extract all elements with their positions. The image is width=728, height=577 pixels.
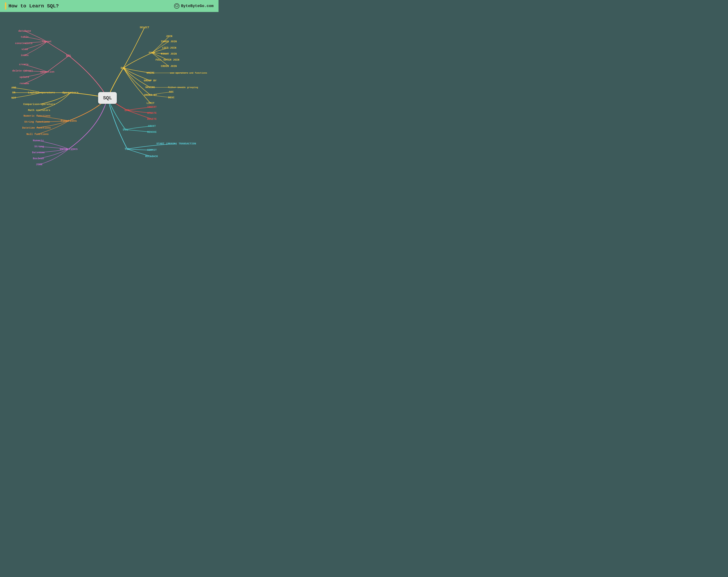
svg-point-0 [174, 3, 179, 8]
update-ddl-node: update [20, 76, 29, 79]
title-bar [5, 2, 6, 9]
grant-node: GRANT [148, 125, 156, 128]
functions-node: Functions [61, 119, 77, 122]
datetime-dt-node: Datetime [32, 151, 45, 154]
dml-node: DML [125, 109, 130, 112]
json-dt-node: JSON [36, 163, 42, 166]
view-node: view [22, 48, 28, 51]
having-note-node: filter inside grouping [168, 86, 198, 89]
where-node: WHERE [147, 72, 154, 75]
datetime-funcs-node: Datetime functions [22, 127, 51, 130]
not-node: NOT [11, 97, 16, 100]
operators-node: Operators [62, 91, 79, 94]
data-types-node: Data types [60, 147, 78, 151]
string-funcs-node: String functions [24, 120, 50, 123]
center-node: SQL [98, 92, 117, 104]
and-node: AND [11, 86, 16, 89]
header: How to Learn SQL? ByteByteGo.com [0, 0, 218, 12]
logo-icon [174, 3, 180, 9]
constraints-node: constraints [15, 42, 32, 45]
having-node: HAVING [146, 86, 155, 89]
dql-node: DQL [121, 66, 126, 70]
desc-node: DESC [168, 96, 175, 99]
commit-node: COMMIT [147, 149, 157, 152]
group-by-node: GROUP BY [144, 79, 156, 82]
string-dt-node: String [34, 145, 44, 148]
select-node: SELECT [140, 26, 149, 29]
mind-map: SQL DDL target database table constraint… [0, 12, 218, 173]
insert-node: INSERT [147, 106, 157, 109]
start-trans-node: START (BEGIN) TRANSACTION [156, 142, 196, 145]
table-node: table [21, 35, 29, 38]
cross-join-node: CROSS JOIN [161, 65, 177, 68]
update-dml-node: UPDATE [147, 112, 157, 115]
order-by-node: ORDER BY [144, 94, 157, 97]
limit-node: LIMIT [147, 102, 154, 105]
or-node: OR [12, 91, 15, 94]
numeric-funcs-node: Numeric functions [23, 114, 50, 117]
ddl-node: DDL [66, 54, 72, 57]
page-title: How to Learn SQL? [5, 2, 59, 9]
asc-node: ASC [169, 90, 174, 93]
operation-node: operation [40, 71, 54, 74]
where-note-node: use operators and functions [170, 72, 207, 74]
boolean-dt-node: Boolean [33, 157, 44, 160]
revoke-node: REVOKE [147, 131, 157, 134]
logo: ByteByteGo.com [174, 3, 214, 9]
delete-drop-node: delete (drop) [12, 70, 33, 73]
math-ops-node: Math operators [28, 109, 50, 112]
rename-node: rename [20, 82, 29, 85]
rollback-node: ROLLBACK [145, 155, 158, 158]
left-join-node: LEFT JOIN [162, 47, 176, 50]
index-node: index [21, 54, 29, 57]
null-funcs-node: Null functions [26, 133, 49, 136]
tcl-node: TCL [125, 147, 130, 151]
join-node: JOIN [166, 35, 172, 38]
dcl-node: DCL [123, 128, 128, 131]
numeric-dt-node: Numeric [33, 139, 44, 142]
delete-dml-node: DELETE [147, 118, 157, 121]
from-node: FROM [149, 51, 155, 54]
comparison-ops-node: Comparison operators [23, 103, 55, 106]
right-join-node: RIGHT JOIN [161, 53, 177, 55]
inner-join-node: INNER JOIN [161, 40, 177, 43]
database-node: database [18, 30, 31, 33]
create-node: create [19, 63, 29, 66]
logical-ops-node: Logical operators [28, 91, 55, 94]
target-node: target [42, 40, 52, 43]
full-outer-join-node: FULL OUTER JOIN [155, 58, 179, 61]
